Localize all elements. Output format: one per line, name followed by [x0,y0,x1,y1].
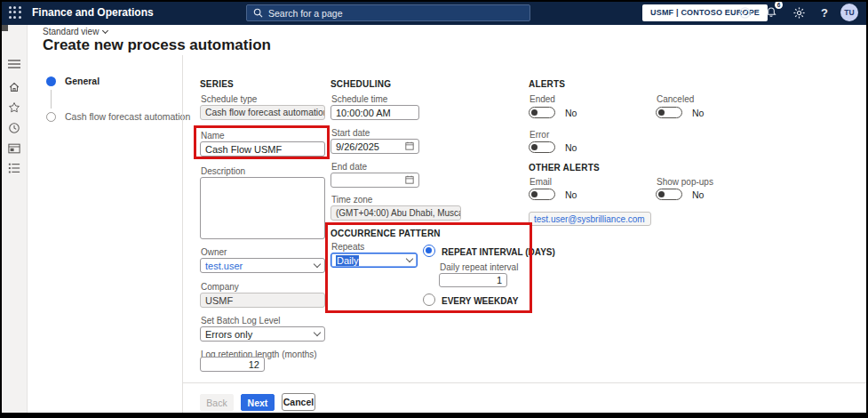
chevron-down-icon [314,261,321,268]
search-input[interactable]: Search for a page [246,4,530,21]
schedule-time-label: Schedule time [331,94,387,104]
notifications-bell-icon[interactable]: 6 [762,4,780,21]
batch-log-level-label: Set Batch Log Level [201,316,281,326]
chevron-down-icon [314,329,321,336]
error-label: Error [530,130,549,140]
repeats-label: Repeats [331,242,364,252]
time-zone-label: Time zone [331,195,372,205]
recent-clock-icon[interactable] [7,121,20,134]
copilot-icon[interactable] [736,4,753,21]
every-weekday-radio-label[interactable]: EVERY WEEKDAY [442,296,518,306]
chevron-down-icon [406,255,413,262]
repeat-interval-radio-label[interactable]: REPEAT INTERVAL (DAYS) [442,247,555,257]
panel-divider [182,55,183,413]
start-date-field[interactable]: 9/26/2025 [330,139,419,154]
error-toggle-value: No [565,142,577,153]
start-date-label: Start date [331,128,370,138]
log-retention-field[interactable]: 12 [200,357,265,372]
ended-toggle[interactable] [529,107,555,118]
show-popups-label: Show pop-ups [657,177,713,187]
notification-badge: 6 [775,1,783,9]
schedule-type-label: Schedule type [201,94,257,104]
other-alerts-section-header: OTHER ALERTS [529,163,600,173]
owner-label: Owner [201,247,227,257]
footer-divider [183,382,866,383]
ended-toggle-value: No [565,108,577,118]
calendar-icon[interactable] [405,141,414,152]
repeats-dropdown[interactable]: Daily [330,253,418,268]
show-popups-toggle-value: No [692,189,704,200]
company-label: Company [201,282,239,292]
email-address-field: test.user@sysbrilliance.com [529,212,651,226]
hamburger-menu-icon[interactable] [7,57,20,70]
error-toggle[interactable] [529,141,555,153]
wizard-step-cashflow-dot[interactable] [46,112,56,122]
back-button[interactable]: Back [200,394,234,411]
settings-gear-icon[interactable] [790,4,808,21]
schedule-type-field: Cash flow forecast automation [200,105,325,120]
workspaces-icon[interactable] [7,141,20,155]
email-toggle-value: No [565,189,577,200]
avatar[interactable]: TU [840,4,858,21]
every-weekday-radio[interactable] [423,293,435,306]
batch-log-level-dropdown[interactable]: Errors only [200,326,325,342]
calendar-icon[interactable] [405,175,414,186]
email-label: Email [530,177,552,187]
view-selector-label: Standard view [43,27,99,36]
page-title: Create new process automation [43,36,271,54]
cancel-button[interactable]: Cancel [282,393,315,411]
wizard-step-cashflow-label[interactable]: Cash flow forecast automation [65,111,190,122]
repeat-interval-radio[interactable] [423,245,435,257]
end-date-label: End date [331,162,367,172]
owner-dropdown[interactable]: test.user [200,258,325,273]
occurrence-pattern-section-header: OCCURRENCE PATTERN [330,229,441,238]
wizard-step-connector [51,90,52,109]
company-field: USMF [200,293,325,308]
help-icon[interactable]: ? [816,4,833,21]
scheduling-section-header: SCHEDULING [330,79,391,89]
waffle-menu-icon[interactable] [9,6,21,19]
search-placeholder: Search for a page [268,8,342,19]
chevron-down-icon [102,28,108,34]
rail-notch [0,25,8,31]
favorites-star-icon[interactable] [7,100,20,114]
series-section-header: SERIES [200,79,234,89]
canceled-toggle[interactable] [656,107,682,118]
wizard-step-general-label[interactable]: General [65,76,100,86]
alerts-section-header: ALERTS [529,79,565,89]
email-toggle[interactable] [529,189,555,200]
modules-list-icon[interactable] [7,161,20,174]
app-title: Finance and Operations [32,0,154,25]
next-button[interactable]: Next [241,394,275,411]
show-popups-toggle[interactable] [656,189,682,200]
app-window: Finance and Operations Search for a page… [0,0,868,418]
name-field[interactable]: Cash Flow USMF [200,141,325,157]
canceled-toggle-value: No [692,108,704,118]
top-navigation-bar: Finance and Operations Search for a page… [0,0,868,25]
end-date-field[interactable] [330,173,419,188]
home-icon[interactable] [7,80,20,93]
wizard-step-general-dot[interactable] [46,76,56,86]
view-selector[interactable]: Standard view [43,27,108,36]
ended-label: Ended [530,94,555,104]
name-label: Name [201,131,225,141]
description-label: Description [201,166,245,176]
daily-repeat-interval-field[interactable]: 1 [439,273,507,287]
daily-repeat-interval-label: Daily repeat interval [440,262,518,272]
canceled-label: Canceled [657,94,694,104]
time-zone-field: (GMT+04:00) Abu Dhabi, Muscat [330,205,461,221]
schedule-time-field[interactable]: 10:00:00 AM [330,105,419,120]
navigation-rail [0,25,28,413]
search-icon [253,8,263,18]
description-field[interactable] [200,177,325,239]
